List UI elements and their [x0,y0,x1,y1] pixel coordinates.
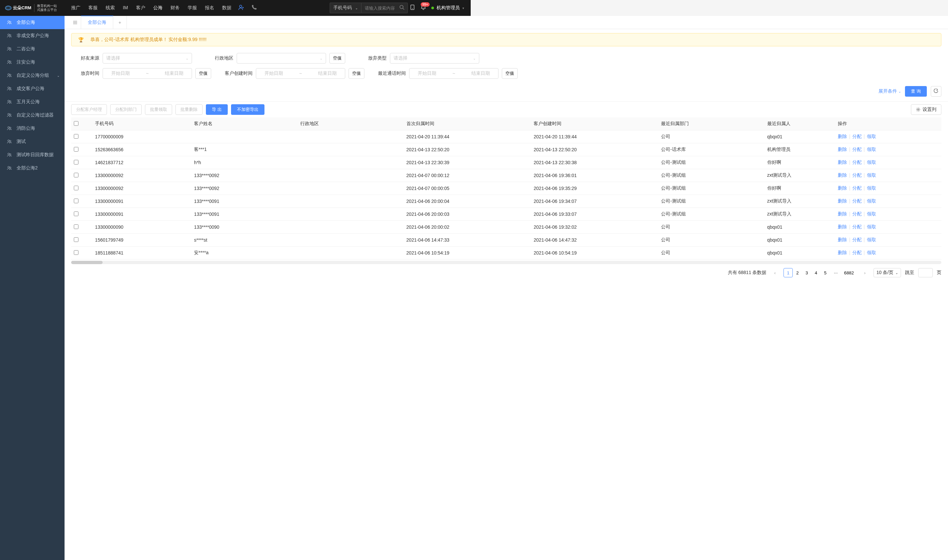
row-checkbox[interactable] [74,134,78,138]
row-checkbox[interactable] [74,250,78,255]
row-checkbox[interactable] [74,211,78,216]
filter-label: 最近通话时间 [378,71,406,77]
row-checkbox[interactable] [74,173,78,177]
daterange-客户创建时间[interactable]: 开始日期~结束日期 [256,68,345,79]
nav-item[interactable]: 财务 [171,0,180,15]
cell-name [191,131,298,143]
sidebar-item[interactable]: 自定义公海过滤器 [0,109,65,122]
nav-item[interactable]: 数据 [222,0,231,15]
nav-item[interactable]: 客户 [136,0,145,15]
sidebar-icon [7,112,12,118]
cell-phone: 13300000090 [92,221,191,234]
table-row: 15601799749 s****st 2021-04-06 14:47:33 … [71,234,471,246]
sidebar-item-label: 二咨公海 [17,46,35,52]
row-checkbox[interactable] [74,186,78,190]
sidebar-item[interactable]: 注安公海 [0,55,65,69]
null-value-button[interactable]: 空值 [329,53,345,63]
tabs-menu-icon[interactable] [69,16,81,29]
sidebar-item[interactable]: 测试昨日回库数据 [0,148,65,162]
cell-first: 2021-04-06 20:00:03 [404,208,471,221]
nav-item[interactable]: 学服 [188,0,197,15]
svg-point-15 [8,74,9,75]
row-checkbox[interactable] [74,160,78,165]
add-user-icon[interactable] [238,4,245,12]
svg-point-19 [8,100,9,102]
sidebar-icon [7,73,12,78]
nav-item[interactable]: 客服 [88,0,98,15]
cell-first: 2021-04-06 10:54:19 [404,246,471,260]
sidebar-item[interactable]: 二咨公海 [0,42,65,55]
cell-name: 133****0091 [191,208,298,221]
sidebar-item[interactable]: 非成交客户公海 [0,29,65,42]
cell-phone: 15601799749 [92,234,191,246]
nav-item[interactable]: IM [123,0,128,15]
daterange-放弃时间[interactable]: 开始日期~结束日期 [103,68,192,79]
user-menu[interactable]: 机构管理员 ▾ [431,5,464,11]
cell-name: 133****0091 [191,195,298,208]
cell-region [298,234,404,246]
table-row: 17700000009 2021-04-20 11:39:44 2021-04-… [71,131,471,143]
action-button[interactable]: 不加密导出 [231,104,265,115]
cell-phone: 15263663656 [92,143,191,156]
row-checkbox[interactable] [74,147,78,152]
filter-group: 放弃类型请选择⌄ [359,53,471,63]
svg-point-18 [9,88,11,89]
nav-item[interactable]: 报名 [205,0,214,15]
cell-region [298,246,404,260]
cell-region [298,156,404,169]
svg-point-14 [9,61,11,62]
select-行政地区[interactable]: ⌄ [237,53,326,63]
sidebar-item-label: 全部公海 [17,20,35,26]
cell-name: 133****0090 [191,221,298,234]
sidebar-item[interactable]: 自定义公海分组⌄ [0,69,65,82]
row-checkbox[interactable] [74,237,78,242]
device-icon[interactable] [409,4,416,12]
tab-all-public[interactable]: 全部公海 [81,15,113,29]
phone-icon[interactable] [251,4,257,12]
action-button[interactable]: 导 出 [206,104,228,115]
chevron-down-icon: ⌄ [320,57,322,60]
sidebar-item[interactable]: 全部公海 [0,16,65,29]
svg-point-13 [8,60,9,62]
sidebar-item[interactable]: 消防公海 [0,122,65,135]
cell-name: s****st [191,234,298,246]
cell-first: 2021-04-06 14:47:33 [404,234,471,246]
status-dot-icon [431,7,434,9]
null-value-button[interactable]: 空值 [349,68,365,79]
search-icon[interactable] [399,5,405,13]
svg-point-3 [239,5,242,7]
svg-point-7 [8,20,9,22]
table-row: 13300000090 133****0090 2021-04-06 20:00… [71,221,471,234]
table-row: 14621837712 h*h 2021-04-13 22:30:39 2021… [71,156,471,169]
nav-item[interactable]: 线索 [106,0,115,15]
svg-point-11 [8,47,9,49]
cell-first: 2021-04-20 11:39:44 [404,131,471,143]
daterange-最近通话时间[interactable]: 开始日期~结束日期 [409,68,471,79]
sidebar-item[interactable]: 测试 [0,135,65,148]
select-好友来源[interactable]: 请选择⌄ [103,53,192,63]
cell-phone: 17700000009 [92,131,191,143]
bell-icon[interactable]: 99+ [420,4,426,12]
select-放弃类型[interactable]: 请选择⌄ [390,53,471,63]
sidebar-item[interactable]: 全部公海2 [0,162,65,175]
svg-point-25 [8,140,9,142]
select-all-checkbox[interactable] [74,121,78,126]
row-checkbox[interactable] [74,198,78,203]
filters: 好友来源请选择⌄行政地区⌄空值放弃类型请选择⌄ 放弃时间开始日期~结束日期空值客… [65,50,471,86]
tab-add[interactable]: + [113,16,127,29]
sidebar-item[interactable]: 成交客户公海 [0,82,65,95]
svg-point-27 [8,153,9,155]
horizontal-scrollbar[interactable] [71,261,471,264]
svg-point-24 [9,127,11,128]
nav-item[interactable]: 公海 [153,0,163,15]
nav-item[interactable]: 推广 [71,0,80,15]
null-value-button[interactable]: 空值 [195,68,211,79]
sidebar-item-label: 五月天公海 [17,99,40,105]
cell-name: 安****a [191,246,298,260]
search-type-select[interactable]: 手机号码⌄ [330,3,362,13]
row-checkbox[interactable] [74,225,78,229]
svg-point-30 [9,167,11,168]
sidebar-item[interactable]: 五月天公海 [0,95,65,109]
svg-point-9 [8,34,9,35]
cell-first: 2021-04-13 22:30:39 [404,156,471,169]
